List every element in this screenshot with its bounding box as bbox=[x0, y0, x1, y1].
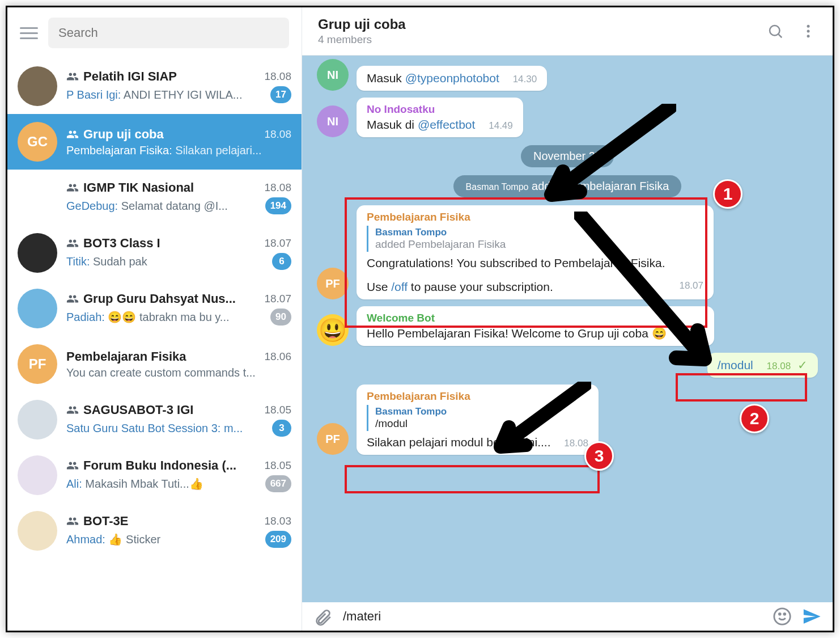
chat-item[interactable]: PFPembelajaran Fisika18.06You can create… bbox=[7, 336, 302, 392]
chat-item[interactable]: Grup Guru Dahsyat Nus...18.07Padiah: 😄😄 … bbox=[7, 281, 302, 336]
avatar bbox=[18, 178, 57, 217]
message-time: 18.07 bbox=[679, 280, 703, 291]
message-bubble[interactable]: Welcome Bot Hello Pembelajaran Fisika! W… bbox=[357, 306, 714, 346]
sender-name: Welcome Bot bbox=[367, 312, 704, 324]
message-time: 18.08 bbox=[564, 438, 588, 449]
chat-preview: Satu Guru Satu Bot Session 3: m... bbox=[66, 422, 266, 435]
svg-point-2 bbox=[807, 25, 810, 28]
svg-point-7 bbox=[784, 613, 786, 615]
send-icon[interactable] bbox=[802, 607, 821, 626]
avatar bbox=[18, 400, 57, 440]
chat-item[interactable]: Pelatih IGI SIAP18.08P Basri Igi: ANDI E… bbox=[7, 58, 302, 114]
reply-reference[interactable]: Basman Tompo /modul bbox=[367, 405, 588, 431]
avatar: PF bbox=[18, 344, 57, 384]
unread-badge: 6 bbox=[272, 253, 291, 270]
search-icon[interactable] bbox=[767, 23, 784, 40]
chat-time: 18.06 bbox=[264, 350, 291, 363]
svg-point-4 bbox=[807, 35, 810, 37]
svg-line-1 bbox=[779, 35, 782, 38]
message-bubble[interactable]: Pembelajaran Fisika Basman Tompo added P… bbox=[357, 205, 714, 299]
unread-badge: 209 bbox=[265, 531, 291, 548]
avatar[interactable]: PF bbox=[317, 268, 349, 299]
message-bubble[interactable]: Pembelajaran Fisika Basman Tompo /modul … bbox=[357, 385, 599, 455]
unread-badge: 17 bbox=[270, 86, 291, 103]
avatar bbox=[18, 511, 57, 551]
attach-icon[interactable] bbox=[313, 607, 333, 626]
chat-header[interactable]: Grup uji coba 4 members bbox=[302, 7, 833, 56]
avatar[interactable]: 😃 bbox=[317, 314, 349, 346]
svg-point-3 bbox=[807, 30, 810, 33]
chat-name: Grup Guru Dahsyat Nus... bbox=[66, 291, 236, 306]
chat-item[interactable]: BOT3 Class I18.07Titik: Sudah pak6 bbox=[7, 225, 302, 281]
message-area: NI Masuk @typeonphotobot 14.30 NI No Ind… bbox=[302, 56, 833, 602]
chat-preview: Ahmad: 👍 Sticker bbox=[66, 533, 260, 546]
chat-name: Forum Buku Indonesia (... bbox=[66, 458, 236, 473]
emoji-icon[interactable] bbox=[773, 607, 792, 626]
annotation-circle-1: 1 bbox=[713, 179, 743, 209]
more-icon[interactable] bbox=[800, 23, 817, 40]
chat-list: Pelatih IGI SIAP18.08P Basri Igi: ANDI E… bbox=[7, 58, 302, 631]
avatar[interactable]: NI bbox=[317, 59, 349, 91]
chat-content: Grup uji coba 4 members NI Masuk @typeon… bbox=[302, 7, 833, 631]
group-icon bbox=[66, 515, 79, 527]
mention-link[interactable]: @typeonphotobot bbox=[405, 71, 499, 84]
chat-item[interactable]: SAGUSABOT-3 IGI18.05Satu Guru Satu Bot S… bbox=[7, 392, 302, 447]
sender-name: Pembelajaran Fisika bbox=[367, 211, 703, 223]
chat-preview: GeDebug: Selamat datang @I... bbox=[66, 200, 260, 213]
annotation-box-3 bbox=[345, 465, 600, 493]
avatar bbox=[18, 455, 57, 495]
chat-time: 18.03 bbox=[264, 515, 291, 527]
chat-item[interactable]: Forum Buku Indonesia (...18.05Ali: Makas… bbox=[7, 447, 302, 503]
chat-name: Pembelajaran Fisika bbox=[66, 349, 186, 364]
svg-point-6 bbox=[779, 613, 780, 615]
chat-preview: Titik: Sudah pak bbox=[66, 255, 266, 268]
mention-link[interactable]: @effectbot bbox=[418, 118, 476, 131]
message-input[interactable] bbox=[343, 609, 762, 624]
sidebar: Pelatih IGI SIAP18.08P Basri Igi: ANDI E… bbox=[7, 7, 302, 631]
message-bubble-out[interactable]: /modul 18.08 ✓ bbox=[707, 353, 818, 378]
message-row: NI Masuk @typeonphotobot 14.30 bbox=[317, 59, 818, 91]
chat-name: SAGUSABOT-3 IGI bbox=[66, 403, 193, 417]
annotation-circle-2: 2 bbox=[740, 404, 769, 433]
unread-badge: 90 bbox=[270, 309, 291, 326]
group-icon bbox=[66, 237, 79, 250]
reply-reference[interactable]: Basman Tompo added Pembelajaran Fisika bbox=[367, 226, 703, 252]
group-icon bbox=[66, 128, 79, 141]
message-bubble[interactable]: No Indosatku Masuk di @effectbot 14.49 bbox=[357, 98, 523, 137]
group-icon bbox=[66, 459, 79, 472]
avatar[interactable]: PF bbox=[317, 423, 349, 455]
chat-time: 18.07 bbox=[264, 293, 291, 305]
chat-item[interactable]: GCGrup uji coba18.08Pembelajaran Fisika:… bbox=[7, 114, 302, 170]
avatar[interactable]: NI bbox=[317, 105, 349, 137]
command-link[interactable]: /modul bbox=[718, 358, 753, 371]
message-row: 😃 Welcome Bot Hello Pembelajaran Fisika!… bbox=[317, 306, 818, 346]
group-icon bbox=[66, 181, 79, 194]
chat-preview: P Basri Igi: ANDI ETHY IGI WILA... bbox=[66, 88, 265, 102]
chat-name: IGMP TIK Nasional bbox=[66, 180, 194, 195]
search-input[interactable] bbox=[58, 26, 279, 40]
chat-item[interactable]: BOT-3E18.03Ahmad: 👍 Sticker209 bbox=[7, 503, 302, 559]
avatar: GC bbox=[18, 122, 57, 162]
message-row: PF Pembelajaran Fisika Basman Tompo adde… bbox=[317, 205, 818, 299]
message-time: 14.49 bbox=[489, 120, 513, 131]
group-icon bbox=[66, 70, 79, 83]
chat-item[interactable]: IGMP TIK Nasional18.08GeDebug: Selamat d… bbox=[7, 170, 302, 225]
command-link[interactable]: /off bbox=[391, 280, 408, 293]
message-bubble[interactable]: Masuk @typeonphotobot 14.30 bbox=[357, 66, 547, 91]
menu-icon[interactable] bbox=[20, 27, 38, 39]
sender-name: Pembelajaran Fisika bbox=[367, 390, 588, 403]
chat-time: 18.07 bbox=[264, 237, 291, 250]
search-input-container[interactable] bbox=[48, 18, 289, 48]
avatar bbox=[18, 66, 57, 106]
chat-preview: Padiah: 😄😄 tabrakn ma bu y... bbox=[66, 310, 265, 324]
message-row: /modul 18.08 ✓ bbox=[317, 353, 818, 378]
service-message: Basman Tompo added Pembelajaran Fisika bbox=[453, 175, 682, 197]
group-icon bbox=[66, 404, 79, 416]
chat-name: BOT3 Class I bbox=[66, 236, 160, 251]
annotation-circle-3: 3 bbox=[584, 441, 614, 471]
chat-name: Pelatih IGI SIAP bbox=[66, 69, 177, 84]
message-time: 14.30 bbox=[513, 74, 537, 84]
chat-preview: Pembelajaran Fisika: Silakan pelajari... bbox=[66, 144, 291, 157]
chat-preview: Ali: Makasih Mbak Tuti...👍 bbox=[66, 477, 260, 491]
chat-name: BOT-3E bbox=[66, 514, 128, 529]
